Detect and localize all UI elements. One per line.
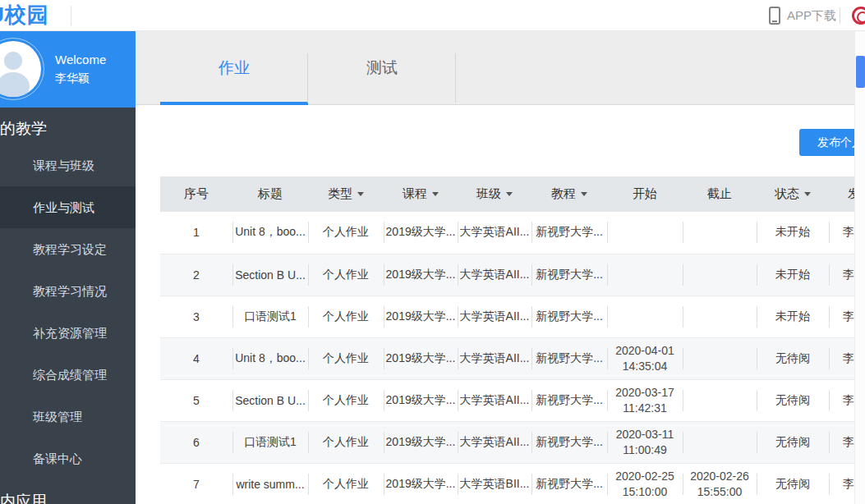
tab-strip: 作业 测试 — [136, 31, 865, 105]
filter-caret-icon — [581, 192, 587, 196]
cell-type: 个人作业 — [308, 379, 384, 421]
cell-status: 无待阅 — [757, 379, 829, 421]
cell-course: 2019级大学... — [384, 296, 458, 337]
cell-title: 口语测试1 — [232, 421, 308, 463]
table-row[interactable]: 5 Section B U... 个人作业 2019级大学... 大学英语AII… — [160, 379, 865, 421]
tab-test[interactable]: 测试 — [308, 31, 456, 105]
cell-course: 2019级大学... — [384, 337, 458, 379]
cell-index: 2 — [160, 254, 232, 296]
sidebar-item-lesson-prep-center[interactable]: 备课中心 — [0, 438, 136, 479]
cell-course: 2019级大学... — [384, 421, 458, 463]
app-logo[interactable]: U校园 — [0, 0, 49, 30]
vertical-scrollbar[interactable] — [854, 31, 865, 504]
cell-class: 大学英语AII... — [458, 254, 531, 296]
logo-divider — [71, 6, 71, 25]
cell-index: 4 — [160, 337, 232, 379]
sidebar-item-supplementary-resources[interactable]: 补充资源管理 — [0, 312, 136, 354]
cell-type: 个人作业 — [308, 337, 384, 379]
col-header-status[interactable]: 状态 — [757, 176, 829, 212]
cell-type: 个人作业 — [308, 463, 384, 504]
col-header-class[interactable]: 班级 — [458, 176, 531, 212]
cell-class: 大学英语AII... — [458, 421, 531, 463]
tab-homework[interactable]: 作业 — [160, 31, 308, 105]
table-row[interactable]: 4 Unit 8，boo... 个人作业 2019级大学... 大学英语AII.… — [160, 337, 865, 379]
cell-status: 无待阅 — [757, 421, 829, 463]
cell-class: 大学英语AII... — [458, 212, 531, 254]
table-row[interactable]: 2 Section B U... 个人作业 2019级大学... 大学英语AII… — [160, 254, 865, 296]
cell-start: 2020-03-1111:00:49 — [607, 421, 683, 463]
cell-start — [607, 212, 683, 254]
sidebar-item-class-management[interactable]: 班级管理 — [0, 396, 136, 438]
cell-type: 个人作业 — [308, 212, 384, 254]
customer-service-icon[interactable] — [852, 7, 865, 25]
cell-tutorial: 新视野大学... — [531, 337, 607, 379]
cell-status: 无待阅 — [757, 463, 829, 504]
cell-title: Section B U... — [232, 379, 308, 421]
phone-icon — [769, 7, 780, 25]
cell-start — [607, 254, 683, 296]
table-row[interactable]: 6 口语测试1 个人作业 2019级大学... 大学英语AII... 新视野大学… — [160, 421, 865, 463]
cell-start: 2020-04-0114:35:04 — [607, 337, 683, 379]
col-header-tutorial[interactable]: 教程 — [531, 176, 607, 212]
sidebar-item-homework-tests[interactable]: 作业与测试 — [0, 186, 136, 228]
sidebar-item-grade-management[interactable]: 综合成绩管理 — [0, 354, 136, 396]
col-header-start: 开始 — [607, 176, 683, 212]
sidebar-list: 课程与班级 作业与测试 教程学习设定 教程学习情况 补充资源管理 综合成绩管理 … — [0, 144, 136, 479]
cell-start — [607, 296, 683, 337]
col-header-type[interactable]: 类型 — [308, 176, 384, 212]
sidebar: 的教学 课程与班级 作业与测试 教程学习设定 教程学习情况 补充资源管理 综合成… — [0, 108, 136, 504]
welcome-label: Welcome — [55, 53, 106, 66]
sidebar-item-tutorial-progress[interactable]: 教程学习情况 — [0, 270, 136, 312]
cell-index: 3 — [160, 296, 232, 337]
cell-deadline — [683, 212, 757, 254]
table-row[interactable]: 7 write summ... 个人作业 2019级大学... 大学英语BII.… — [160, 463, 865, 504]
cell-deadline — [683, 421, 757, 463]
cell-class: 大学英语BII... — [458, 463, 531, 504]
col-header-course[interactable]: 课程 — [384, 176, 458, 212]
filter-caret-icon — [357, 192, 364, 196]
cell-status: 无待阅 — [757, 337, 829, 379]
user-panel: Welcome 李华颖 — [0, 31, 136, 108]
app-download-link[interactable]: APP下载 — [787, 0, 836, 30]
cell-type: 个人作业 — [308, 421, 384, 463]
cell-status: 未开始 — [757, 296, 829, 337]
cell-tutorial: 新视野大学... — [531, 212, 607, 254]
cell-index: 6 — [160, 421, 232, 463]
cell-tutorial: 新视野大学... — [531, 254, 607, 296]
table-row[interactable]: 3 口语测试1 个人作业 2019级大学... 大学英语AII... 新视野大学… — [160, 296, 865, 337]
cell-status: 未开始 — [757, 212, 829, 254]
cell-class: 大学英语AII... — [458, 379, 531, 421]
cell-course: 2019级大学... — [384, 212, 458, 254]
cell-tutorial: 新视野大学... — [531, 421, 607, 463]
filter-caret-icon — [432, 192, 439, 196]
cell-title: Section B U... — [232, 254, 308, 296]
cell-deadline — [683, 379, 757, 421]
cell-title: 口语测试1 — [232, 296, 308, 337]
cell-deadline: 2020-02-2615:55:00 — [683, 463, 757, 504]
avatar-head — [4, 52, 22, 70]
cell-start: 2020-02-2515:10:00 — [607, 463, 683, 504]
sidebar-item-courses-classes[interactable]: 课程与班级 — [0, 144, 136, 186]
sidebar-item-tutorial-settings[interactable]: 教程学习设定 — [0, 228, 136, 270]
cell-course: 2019级大学... — [384, 463, 458, 504]
cell-deadline — [683, 254, 757, 296]
cell-type: 个人作业 — [308, 254, 384, 296]
cell-title: Unit 8，boo... — [232, 337, 308, 379]
col-header-index: 序号 — [160, 176, 232, 212]
filter-caret-icon — [804, 192, 811, 196]
filter-caret-icon — [506, 192, 513, 196]
table-row[interactable]: 1 Unit 8，boo... 个人作业 2019级大学... 大学英语AII.… — [160, 212, 865, 254]
assignments-table: 序号 标题 类型 课程 班级 教程 开始 截止 状态 发布 1 Unit 8，b… — [160, 176, 865, 504]
avatar — [0, 41, 41, 97]
cell-status: 未开始 — [757, 254, 829, 296]
sidebar-section-apps: 内应用 — [0, 491, 47, 504]
scrollbar-thumb[interactable] — [856, 56, 865, 88]
cell-title: Unit 8，boo... — [232, 212, 308, 254]
sidebar-section-teaching: 的教学 — [0, 118, 47, 140]
cell-start: 2020-03-1711:42:31 — [607, 379, 683, 421]
cell-class: 大学英语AII... — [458, 337, 531, 379]
cell-deadline — [683, 296, 757, 337]
col-header-deadline: 截止 — [683, 176, 757, 212]
topbar-divider — [840, 7, 840, 24]
avatar-body — [0, 72, 30, 97]
